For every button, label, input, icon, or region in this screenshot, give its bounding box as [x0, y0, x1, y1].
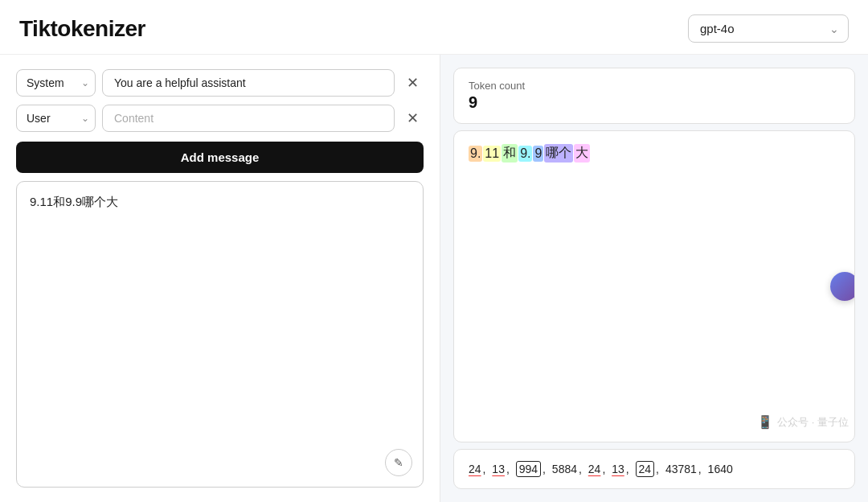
left-panel: System User Assistant ⌄ ✕ User System As… [0, 55, 440, 502]
tid-comma7: , [656, 463, 659, 475]
tid-24b: 24 [588, 463, 601, 475]
user-role-select-wrapper: User System Assistant ⌄ [16, 105, 96, 132]
tid-comma1: , [483, 463, 486, 475]
tid-43781: 43781 [665, 463, 697, 475]
token-2: 11 [483, 146, 501, 162]
system-role-select[interactable]: System User Assistant [16, 69, 96, 97]
tid-13b: 13 [612, 463, 624, 475]
tid-24c: 24 [636, 461, 655, 477]
tid-comma5: , [602, 463, 605, 475]
app-container: Tiktokenizer gpt-4o gpt-3.5-turbo gpt-4 … [0, 0, 868, 502]
token-text-box: 9.11和9.9哪个大 [453, 130, 855, 442]
token-1: 9. [469, 146, 482, 162]
textarea-wrapper: 9.11和9.9哪个大 ✎ [16, 181, 424, 488]
system-content-input[interactable] [102, 69, 395, 97]
token-3: 和 [502, 144, 518, 163]
watermark-text: 公众号 · 量子位 [777, 415, 849, 430]
wechat-icon: 📱 [757, 414, 773, 430]
model-select-wrapper: gpt-4o gpt-3.5-turbo gpt-4 text-davinci-… [688, 14, 849, 43]
token-count-value: 9 [469, 93, 840, 112]
token-5: 9 [533, 146, 543, 162]
token-display: 9.11和9.9哪个大 [469, 144, 840, 163]
textarea-edit-button[interactable]: ✎ [385, 449, 412, 476]
side-avatar [830, 272, 855, 301]
header: Tiktokenizer gpt-4o gpt-3.5-turbo gpt-4 … [0, 0, 868, 55]
add-message-button[interactable]: Add message [16, 142, 424, 173]
tid-comma4: , [579, 463, 582, 475]
watermark: 📱 公众号 · 量子位 [757, 414, 849, 430]
user-role-select[interactable]: User System Assistant [16, 105, 96, 132]
app-title: Tiktokenizer [19, 16, 145, 42]
system-close-button[interactable]: ✕ [401, 72, 424, 94]
tid-5884: 5884 [552, 463, 577, 475]
model-select[interactable]: gpt-4o gpt-3.5-turbo gpt-4 text-davinci-… [688, 14, 849, 43]
user-message-row: User System Assistant ⌄ ✕ [16, 105, 424, 132]
token-6: 哪个 [544, 144, 573, 163]
user-close-button[interactable]: ✕ [401, 107, 424, 130]
tid-1640: 1640 [708, 463, 733, 475]
main-textarea[interactable]: 9.11和9.9哪个大 [16, 181, 424, 488]
tid-comma3: , [542, 463, 546, 475]
token-7: 大 [574, 144, 590, 163]
tid-comma2: , [506, 463, 510, 475]
system-role-select-wrapper: System User Assistant ⌄ [16, 69, 96, 97]
token-ids-display: 24, 13, 994, 5884, 24, 13, 24, 43781, 16… [469, 461, 840, 477]
right-panel: Token count 9 9.11和9.9哪个大 24, 13, 994, 5… [440, 55, 868, 502]
system-message-row: System User Assistant ⌄ ✕ [16, 69, 424, 97]
token-4: 9. [518, 146, 532, 162]
tid-comma6: , [626, 463, 629, 475]
edit-icon: ✎ [394, 456, 403, 469]
token-count-box: Token count 9 [453, 68, 855, 124]
main-content: System User Assistant ⌄ ✕ User System As… [0, 55, 868, 502]
tid-24a: 24 [469, 463, 481, 475]
tid-994: 994 [516, 461, 541, 477]
tid-comma8: , [698, 463, 702, 475]
tid-13a: 13 [492, 463, 505, 475]
token-count-label: Token count [469, 80, 840, 92]
token-ids-box: 24, 13, 994, 5884, 24, 13, 24, 43781, 16… [453, 449, 855, 489]
user-content-input[interactable] [102, 105, 395, 132]
